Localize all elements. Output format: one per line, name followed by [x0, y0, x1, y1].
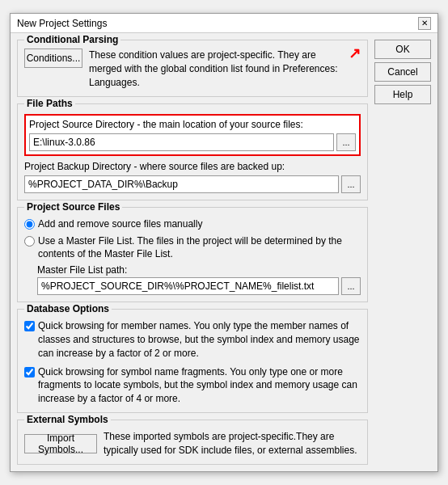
- file-paths-label: File Paths: [24, 98, 75, 109]
- conditional-parsing-content: Conditions... These condition values are…: [24, 48, 361, 89]
- master-file-input[interactable]: [37, 277, 339, 295]
- external-symbols-description: These imported symbols are project-speci…: [104, 430, 361, 458]
- file-paths-content: Project Source Directory - the main loca…: [24, 114, 361, 193]
- external-symbols-section: External Symbols Import Symbols... These…: [17, 420, 368, 465]
- main-area: Conditional Parsing Conditions... These …: [17, 40, 368, 464]
- title-bar: New Project Settings ✕: [11, 14, 437, 33]
- source-dir-browse-button[interactable]: ...: [336, 133, 356, 151]
- external-symbols-label: External Symbols: [24, 414, 111, 425]
- file-paths-section: File Paths Project Source Directory - th…: [17, 103, 368, 200]
- source-dir-group: Project Source Directory - the main loca…: [24, 114, 361, 156]
- database-options-section: Database Options Quick browsing for memb…: [17, 309, 368, 413]
- database-options-label: Database Options: [24, 303, 112, 314]
- arrow-icon: ↗: [349, 44, 361, 62]
- source-dir-label: Project Source Directory - the main loca…: [29, 119, 356, 130]
- radio-add-remove-row: Add and remove source files manually: [24, 217, 361, 231]
- radio-master-file-label: Use a Master File List. The files in the…: [38, 234, 361, 262]
- checkbox1-row: Quick browsing for member names. You onl…: [24, 319, 361, 360]
- source-dir-input-row: ...: [29, 133, 356, 151]
- conditional-parsing-section: Conditional Parsing Conditions... These …: [17, 40, 368, 96]
- checkbox-member-names-label: Quick browsing for member names. You onl…: [38, 319, 361, 360]
- master-file-browse-button[interactable]: ...: [341, 277, 361, 295]
- master-file-input-row: ...: [37, 277, 361, 295]
- help-button[interactable]: Help: [374, 85, 431, 104]
- source-files-content: Add and remove source files manually Use…: [24, 217, 361, 295]
- source-dir-input[interactable]: [29, 133, 334, 151]
- radio-add-remove-label: Add and remove source files manually: [38, 217, 202, 231]
- ok-button[interactable]: OK: [374, 40, 431, 59]
- side-buttons: OK Cancel Help: [374, 40, 431, 464]
- radio-master-file[interactable]: [24, 236, 35, 247]
- dialog-window: New Project Settings ✕ Conditional Parsi…: [10, 13, 438, 471]
- backup-dir-browse-button[interactable]: ...: [341, 175, 361, 193]
- conditional-parsing-label: Conditional Parsing: [24, 34, 120, 45]
- external-symbols-content: Import Symbols... These imported symbols…: [24, 430, 361, 458]
- radio-master-file-row: Use a Master File List. The files in the…: [24, 234, 361, 262]
- radio-add-remove[interactable]: [24, 219, 35, 230]
- backup-dir-label: Project Backup Directory - where source …: [24, 161, 361, 172]
- conditions-button[interactable]: Conditions...: [24, 48, 82, 68]
- project-source-files-label: Project Source Files: [24, 201, 122, 213]
- backup-dir-group: Project Backup Directory - where source …: [24, 161, 361, 193]
- conditions-description: These condition values are project-speci…: [89, 48, 342, 89]
- project-source-files-section: Project Source Files Add and remove sour…: [17, 207, 368, 302]
- cancel-button[interactable]: Cancel: [374, 62, 431, 82]
- db-options-content: Quick browsing for member names. You onl…: [24, 319, 361, 406]
- master-file-path-label: Master File List path:: [37, 264, 361, 276]
- window-title: New Project Settings: [17, 18, 107, 29]
- checkbox-symbol-fragments-label: Quick browsing for symbol name fragments…: [38, 365, 361, 406]
- checkbox2-row: Quick browsing for symbol name fragments…: [24, 365, 361, 406]
- master-file-path-group: Master File List path: ...: [37, 264, 361, 295]
- import-symbols-button[interactable]: Import Symbols...: [24, 434, 97, 453]
- checkbox-member-names[interactable]: [24, 321, 35, 331]
- close-button[interactable]: ✕: [418, 17, 431, 30]
- backup-dir-input-row: ...: [24, 175, 361, 193]
- checkbox-symbol-fragments[interactable]: [24, 367, 35, 377]
- backup-dir-input[interactable]: [24, 175, 339, 193]
